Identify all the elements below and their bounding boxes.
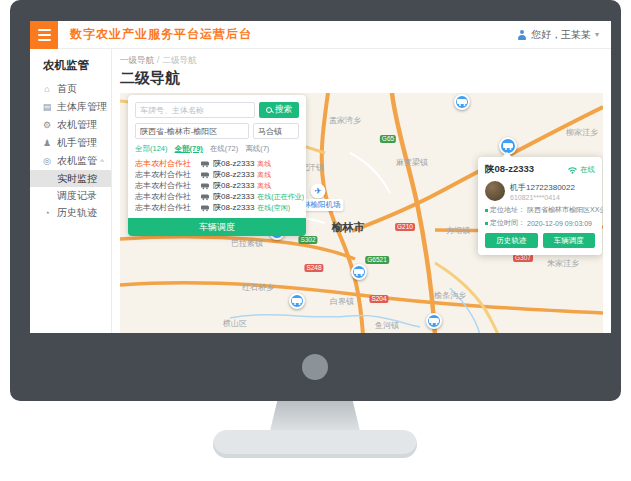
- vehicle-marker[interactable]: [351, 264, 367, 280]
- chevron-up-icon: ^: [100, 157, 111, 166]
- popup-address-row: 定位地址：陕西省榆林市榆阳区XX公司: [485, 205, 595, 215]
- breadcrumb: 一级导航/二级导航: [120, 55, 603, 66]
- user-greeting: 您好，王某某: [531, 28, 591, 42]
- operator-icon: ♟: [41, 138, 53, 148]
- vehicle-marker[interactable]: [454, 94, 470, 110]
- vehicle-row[interactable]: 志丰农村合作社陕08-z2333离线: [135, 158, 299, 169]
- map-town-label: 白界镇: [330, 296, 354, 307]
- sidebar-item-机手管理[interactable]: ♟机手管理: [30, 134, 111, 152]
- road-shield: G6521: [365, 256, 389, 264]
- road-shield: G65: [380, 135, 396, 143]
- library-icon: ▤: [41, 102, 53, 112]
- town-select[interactable]: [253, 123, 299, 139]
- map-town-label: 麻黄梁镇: [396, 157, 428, 168]
- vehicle-org: 志丰农村合作社: [135, 180, 197, 191]
- map-city-label: 榆林市: [332, 220, 365, 235]
- vehicle-org: 志丰农村合作社: [135, 202, 197, 213]
- sidebar-menu: ⌂首页▤主体库管理⚙农机管理♟机手管理◎农机监管^实时监控调度记录◔历史轨迹: [30, 80, 111, 222]
- search-button[interactable]: 搜索: [259, 102, 299, 118]
- search-icon: [266, 107, 273, 114]
- map-town-label: 榆条沟乡: [434, 290, 466, 301]
- popup-plate: 陕08-z2333: [485, 163, 534, 176]
- user-menu[interactable]: 您好，王某某 ▾: [517, 28, 611, 42]
- sidebar: 农机监管 ⌂首页▤主体库管理⚙农机管理♟机手管理◎农机监管^实时监控调度记录◔历…: [30, 49, 112, 333]
- vehicle-plate: 陕08-z2333: [213, 191, 254, 202]
- filter-tab[interactable]: 离线(7): [245, 144, 269, 154]
- popup-dispatch-button[interactable]: 车辆调度: [543, 233, 596, 248]
- vehicle-row[interactable]: 志丰农村合作社陕08-z2333离线: [135, 180, 299, 191]
- tractor-icon: [457, 98, 467, 106]
- vehicle-row[interactable]: 志丰农村合作社陕08-z2333在线(正在作业): [135, 191, 299, 202]
- vehicle-status: 在线(正在作业): [257, 192, 304, 202]
- sidebar-item-农机管理[interactable]: ⚙农机管理: [30, 116, 111, 134]
- filter-tab[interactable]: 全部(124): [135, 144, 168, 154]
- driver-avatar: [485, 181, 505, 201]
- road-shield: G307: [513, 254, 533, 262]
- map-town-label: 朱家洼乡: [547, 258, 579, 269]
- map-town-label: 红石桥乡: [242, 282, 274, 293]
- vehicle-org: 志丰农村合作社: [135, 158, 197, 169]
- vehicle-row[interactable]: 志丰农村合作社陕08-z2333离线: [135, 169, 299, 180]
- road-shield: G210: [395, 223, 415, 231]
- vehicle-popup: 陕08-z2333 在线 机手12722380022: [478, 157, 602, 255]
- app-body: 农机监管 ⌂首页▤主体库管理⚙农机管理♟机手管理◎农机监管^实时监控调度记录◔历…: [30, 49, 611, 333]
- map-canvas[interactable]: G65G210G6521S302S248S204G307孟家湾乡小纪汗镇麻黄梁镇…: [120, 93, 603, 333]
- filter-tab[interactable]: 在线(72): [210, 144, 238, 154]
- vehicle-search-panel: 搜索 全部(124)全部(79)在线(72)离线(7) 志丰农村合作社陕08-z…: [128, 95, 306, 236]
- sidebar-item-label: 历史轨迹: [57, 206, 97, 220]
- road-shield: S302: [298, 236, 317, 244]
- vehicle-marker[interactable]: [426, 313, 442, 329]
- sidebar-item-label: 农机管理: [57, 118, 97, 132]
- region-select[interactable]: [135, 123, 249, 139]
- breadcrumb-level2: 二级导航: [162, 55, 196, 65]
- sidebar-item-label: 机手管理: [57, 136, 97, 150]
- driver-name: 机手12722380022: [510, 182, 575, 193]
- sidebar-item-历史轨迹[interactable]: ◔历史轨迹: [30, 204, 111, 222]
- tractor-icon: [354, 268, 364, 276]
- vehicle-org: 志丰农村合作社: [135, 169, 197, 180]
- keyword-input[interactable]: [135, 102, 255, 118]
- sidebar-subitem-实时监控[interactable]: 实时监控: [30, 170, 111, 187]
- monitor-screen: 数字农业产业服务平台运营后台 您好，王某某 ▾ 农机监管 ⌂首页▤主体库管理⚙农…: [30, 21, 611, 333]
- tractor-icon: [201, 171, 209, 177]
- sidebar-item-label: 农机监管: [57, 154, 97, 168]
- tractor-icon: [201, 182, 209, 188]
- brand-title: 数字农业产业服务平台运营后台: [70, 26, 252, 43]
- history-track-button[interactable]: 历史轨迹: [485, 233, 538, 248]
- vehicle-plate: 陕08-z2333: [213, 180, 254, 191]
- sidebar-subitem-调度记录[interactable]: 调度记录: [30, 187, 111, 204]
- vehicle-status: 离线: [257, 170, 271, 180]
- vehicle-list: 志丰农村合作社陕08-z2333离线志丰农村合作社陕08-z2333离线志丰农村…: [135, 158, 299, 213]
- monitor-stand-base: [213, 430, 417, 458]
- hamburger-menu-button[interactable]: [30, 21, 58, 49]
- map-town-label: 柳家洼乡: [566, 127, 598, 138]
- vehicle-status: 离线: [257, 181, 271, 191]
- vehicle-plate: 陕08-z2333: [213, 169, 254, 180]
- tractor-icon: [503, 142, 513, 150]
- monitor-frame: 数字农业产业服务平台运营后台 您好，王某某 ▾ 农机监管 ⌂首页▤主体库管理⚙农…: [10, 0, 621, 401]
- filter-tab[interactable]: 全部(79): [175, 144, 203, 154]
- vehicle-status: 离线: [257, 159, 271, 169]
- sidebar-item-首页[interactable]: ⌂首页: [30, 80, 111, 98]
- dispatch-button[interactable]: 车辆调度: [128, 218, 306, 236]
- map-town-label: 方塌镇: [446, 225, 470, 236]
- tractor-icon: [201, 160, 209, 166]
- map-town-label: 孟家湾乡: [329, 115, 361, 126]
- chevron-down-icon: ▾: [595, 30, 599, 39]
- vehicle-status: 在线(空闲): [257, 203, 290, 213]
- app-window: 数字农业产业服务平台运营后台 您好，王某某 ▾ 农机监管 ⌂首页▤主体库管理⚙农…: [30, 21, 611, 333]
- airport-icon: ✈: [311, 184, 326, 199]
- vehicle-row[interactable]: 志丰农村合作社陕08-z2333在线(空闲): [135, 202, 299, 213]
- map-town-label: 横山区: [223, 318, 247, 329]
- popup-address: 陕西省榆林市榆阳区XX公司: [527, 205, 603, 215]
- tractor-icon: [429, 317, 439, 325]
- breadcrumb-level1[interactable]: 一级导航: [120, 55, 154, 65]
- app-header: 数字农业产业服务平台运营后台 您好，王某某 ▾: [30, 21, 611, 49]
- sidebar-item-主体库管理[interactable]: ▤主体库管理: [30, 98, 111, 116]
- tractor-icon: [201, 193, 209, 199]
- tractor-icon: [201, 204, 209, 210]
- sidebar-item-农机监管[interactable]: ◎农机监管^: [30, 152, 111, 170]
- page: 数字农业产业服务平台运营后台 您好，王某某 ▾ 农机监管 ⌂首页▤主体库管理⚙农…: [0, 0, 631, 481]
- vehicle-marker[interactable]: [289, 293, 305, 309]
- road-shield: S248: [304, 264, 323, 272]
